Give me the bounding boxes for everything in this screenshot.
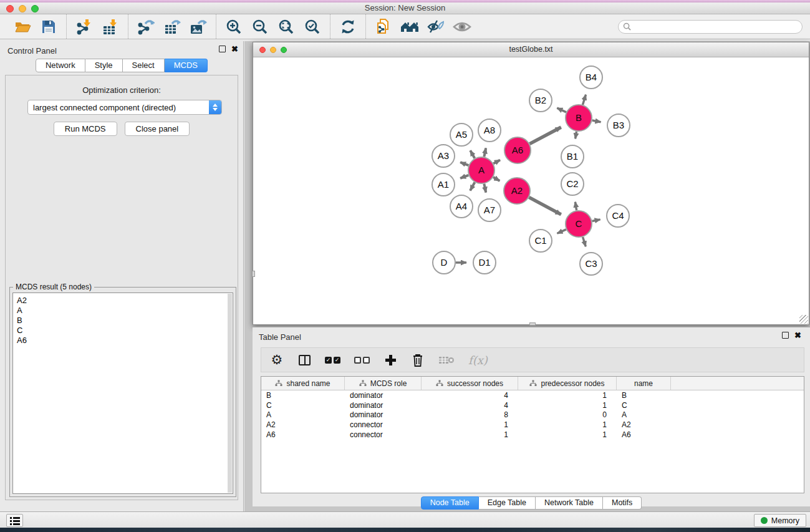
hide-style-button[interactable] — [423, 17, 449, 37]
tab-motifs[interactable]: Motifs — [603, 496, 642, 510]
search-input[interactable] — [631, 22, 798, 31]
tab-network[interactable]: Network — [36, 59, 85, 72]
run-mcds-button[interactable]: Run MCDS — [54, 122, 117, 136]
table-row[interactable]: A2connector11A2 — [261, 420, 804, 430]
mcds-result-item[interactable]: C — [17, 326, 233, 336]
table-row[interactable]: Cdominator41C — [261, 400, 804, 410]
close-window-button[interactable] — [6, 5, 14, 12]
graph-edge-A-A1[interactable] — [460, 175, 468, 178]
show-column-button[interactable] — [297, 352, 311, 368]
mcds-result-item[interactable]: A — [17, 306, 233, 316]
refresh-button[interactable] — [335, 17, 361, 37]
deselect-all-button[interactable] — [354, 352, 370, 368]
export-table-icon — [164, 19, 181, 35]
graph-edge-C-C3[interactable] — [583, 237, 586, 246]
graph-edge-C-C1[interactable] — [557, 230, 566, 233]
graph-node-label: B3 — [613, 120, 624, 130]
network-zoom-button[interactable] — [281, 47, 287, 53]
zoom-out-button[interactable] — [247, 17, 273, 37]
import-network-button[interactable] — [71, 17, 97, 37]
tab-style[interactable]: Style — [85, 59, 123, 72]
clone-network-icon — [375, 18, 392, 36]
export-table-button[interactable] — [159, 17, 185, 37]
graph-edge-A-A3[interactable] — [460, 162, 468, 165]
function-builder-button[interactable]: f(x) — [468, 352, 488, 368]
zoom-window-button[interactable] — [31, 5, 39, 12]
control-panel: Control Panel ✖ Network Style Select MCD… — [0, 41, 244, 511]
column-header-successor-nodes[interactable]: successor nodes — [422, 377, 518, 390]
search-field[interactable] — [618, 20, 803, 34]
home-view-button[interactable] — [397, 17, 423, 37]
result-scrollbar[interactable] — [228, 294, 232, 493]
zoom-selected-button[interactable] — [299, 17, 325, 37]
tab-select[interactable]: Select — [123, 59, 165, 72]
graph-node-label: C2 — [566, 178, 578, 189]
hierarchy-icon — [436, 380, 443, 387]
export-network-button[interactable] — [133, 17, 159, 37]
bottom-scroll-gripper[interactable] — [529, 322, 536, 326]
mcds-result-item[interactable]: B — [17, 316, 233, 326]
graph-edge-A-A7[interactable] — [484, 184, 486, 193]
open-file-button[interactable] — [9, 17, 36, 37]
zoom-in-button[interactable] — [221, 17, 247, 37]
graph-edge-B-B1[interactable] — [576, 132, 577, 139]
criterion-select[interactable]: largest connected component (directed) — [27, 100, 222, 115]
graph-edge-B-B2[interactable] — [557, 108, 566, 112]
graph-edge-A-A5[interactable] — [470, 150, 475, 158]
graph-edge-A-A4[interactable] — [470, 182, 475, 190]
graph-edge-A-A6[interactable] — [493, 160, 500, 163]
close-panel-button[interactable]: Close panel — [125, 122, 190, 136]
add-column-button[interactable] — [383, 352, 397, 368]
mcds-result-item[interactable]: A6 — [17, 336, 233, 346]
mcds-result-list[interactable]: A2ABCA6 — [12, 293, 233, 494]
clone-network-button[interactable] — [370, 17, 397, 37]
tab-edge-table[interactable]: Edge Table — [479, 496, 536, 510]
graph-edge-C-C4[interactable] — [592, 220, 600, 221]
export-image-button[interactable] — [185, 17, 211, 37]
tab-mcds[interactable]: MCDS — [165, 59, 208, 72]
column-header-shared-name[interactable]: shared name — [261, 377, 345, 390]
table-cell: 1 — [518, 391, 617, 400]
graph-edge-A-A2[interactable] — [493, 177, 499, 181]
table-row[interactable]: Bdominator41B — [261, 390, 804, 400]
left-scroll-gripper[interactable] — [252, 271, 255, 277]
column-header-MCDS-role[interactable]: MCDS role — [345, 377, 422, 390]
plus-icon — [385, 355, 396, 365]
graph-edge-B-B3[interactable] — [592, 120, 601, 122]
tab-node-table[interactable]: Node Table — [421, 496, 479, 510]
export-image-icon — [190, 19, 207, 35]
table-row[interactable]: Adominator80A — [261, 410, 804, 420]
network-minimize-button[interactable] — [270, 47, 276, 53]
graph-edge-A-A8[interactable] — [484, 148, 486, 157]
network-close-button[interactable] — [259, 47, 266, 53]
close-table-panel-icon[interactable]: ✖ — [794, 332, 801, 339]
table-row[interactable]: A6connector11A6 — [261, 430, 804, 440]
network-canvas[interactable]: AA1A2A3A4A5A6A7A8BB1B2B3B4CC1C2C3C4DD1 — [253, 57, 809, 324]
column-header-predecessor-nodes[interactable]: predecessor nodes — [518, 377, 617, 390]
graph-edge-A6-B[interactable] — [529, 127, 561, 144]
zoom-fit-button[interactable] — [273, 17, 299, 37]
memory-button[interactable]: Memory — [754, 514, 806, 527]
save-session-button[interactable] — [36, 17, 62, 37]
column-header-name[interactable]: name — [617, 377, 671, 390]
column-settings-button[interactable]: ⚙ — [270, 352, 284, 368]
task-history-button[interactable] — [6, 514, 23, 527]
mcds-result-item[interactable]: A2 — [17, 296, 233, 306]
delete-table-button[interactable] — [438, 352, 455, 368]
close-panel-icon[interactable]: ✖ — [231, 46, 238, 52]
table-body: Bdominator41BCdominator41CAdominator80AA… — [261, 390, 804, 439]
select-all-button[interactable]: ✓✓ — [325, 352, 340, 368]
network-window-titlebar[interactable]: testGlobe.txt — [253, 42, 809, 57]
delete-column-button[interactable] — [411, 352, 425, 368]
resize-grip-icon[interactable] — [799, 315, 808, 324]
graph-edge-B-B4[interactable] — [582, 95, 586, 105]
import-table-button[interactable] — [97, 17, 123, 37]
node-table[interactable]: shared nameMCDS rolesuccessor nodesprede… — [261, 376, 804, 493]
minimize-window-button[interactable] — [19, 5, 26, 12]
tab-network-table[interactable]: Network Table — [536, 496, 603, 510]
show-details-button[interactable] — [449, 17, 475, 37]
float-panel-icon[interactable] — [219, 46, 226, 52]
float-table-panel-icon[interactable] — [782, 332, 789, 339]
graph-edge-C-C2[interactable] — [575, 202, 576, 211]
graph-edge-A2-C[interactable] — [529, 197, 561, 215]
